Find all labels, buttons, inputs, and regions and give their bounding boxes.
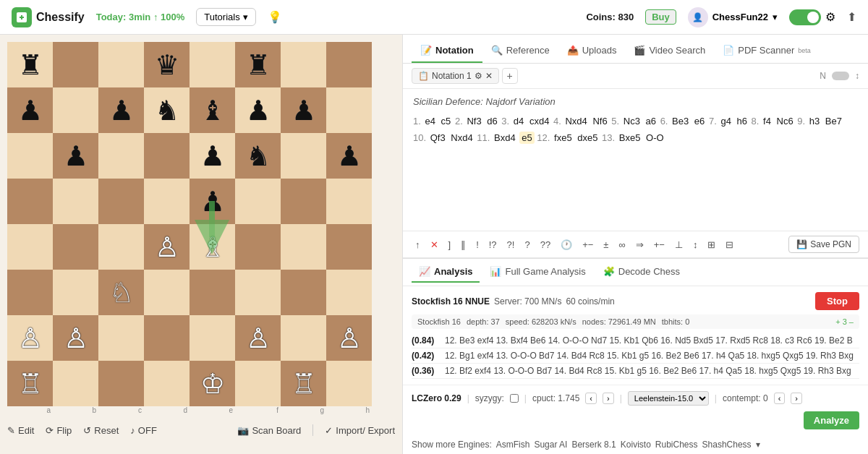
square-g8[interactable] [281, 42, 326, 87]
engine-sugar-ai[interactable]: Sugar AI [534, 440, 567, 450]
pgn-plus-eq[interactable]: +− [650, 237, 668, 252]
square-f6[interactable]: ♞ [235, 133, 281, 179]
square-h3[interactable] [326, 270, 372, 315]
edit-button[interactable]: ✎ Edit [7, 425, 34, 436]
square-h1[interactable] [326, 361, 372, 406]
pgn-plus-minus[interactable]: +− [579, 237, 597, 252]
square-d5[interactable] [144, 179, 190, 224]
pgn-paste[interactable]: ⊟ [722, 237, 737, 252]
square-h7[interactable] [326, 87, 372, 133]
square-f4[interactable] [235, 224, 281, 270]
square-e1[interactable]: ♔ [190, 361, 235, 406]
engine-select[interactable]: Leelenstein-15.0 [628, 391, 709, 406]
square-d1[interactable] [144, 361, 190, 406]
square-b4[interactable] [53, 224, 98, 270]
pgn-copy[interactable]: ⊞ [704, 237, 719, 252]
square-d8[interactable]: ♛ [144, 42, 190, 87]
square-a2[interactable]: ♙ [7, 315, 53, 361]
tab-uploads[interactable]: 📤 Uploads [558, 39, 626, 63]
square-c4[interactable] [98, 224, 144, 270]
square-a8[interactable]: ♜ [7, 42, 53, 87]
square-f7[interactable]: ♟ [235, 87, 281, 133]
square-d7[interactable]: ♞ [144, 87, 190, 133]
square-c8[interactable] [98, 42, 144, 87]
square-b7[interactable] [53, 87, 98, 133]
more-engines-button[interactable]: ▾ [756, 440, 760, 450]
pgn-double-exclaim[interactable]: !? [485, 237, 501, 252]
square-e2[interactable] [190, 315, 235, 361]
square-a4[interactable] [7, 224, 53, 270]
square-f5[interactable] [235, 179, 281, 224]
pgn-clock[interactable]: 🕐 [557, 237, 576, 252]
more-lines-button[interactable]: + 3 – [835, 317, 854, 326]
square-a5[interactable] [7, 179, 53, 224]
notation-tab-1[interactable]: 📋 Notation 1 ⚙ ✕ [412, 68, 499, 84]
square-f3[interactable] [235, 270, 281, 315]
tab-decode-chess[interactable]: 🧩 Decode Chess [596, 262, 687, 283]
tab-full-game[interactable]: 📊 Full Game Analysis [482, 262, 592, 283]
square-g1[interactable]: ♖ [281, 361, 326, 406]
import-export-button[interactable]: ✓ Import/ Export [325, 425, 395, 436]
save-pgn-button[interactable]: 💾 Save PGN [788, 236, 859, 253]
square-b6[interactable]: ♟ [53, 133, 98, 179]
tab-notation[interactable]: 📝 Notation [412, 39, 482, 63]
cpuct-dec[interactable]: ‹ [585, 393, 597, 404]
tutorials-button[interactable]: Tutorials ▾ [196, 8, 255, 26]
toggle-small[interactable] [832, 72, 849, 80]
square-g7[interactable]: ♟ [281, 87, 326, 133]
moves-3[interactable]: 12. Bf2 exf4 13. O-O-O Bd7 14. Bd4 Rc8 1… [445, 366, 859, 376]
square-e5[interactable]: ♟ [190, 179, 235, 224]
tab-video-search[interactable]: 🎬 Video Search [625, 39, 714, 63]
square-f2[interactable]: ♙ [235, 315, 281, 361]
square-a6[interactable] [7, 133, 53, 179]
pgn-pause[interactable]: ‖ [457, 237, 469, 252]
square-e4[interactable]: ♗ [190, 224, 235, 270]
square-e7[interactable]: ♝ [190, 87, 235, 133]
moves-text[interactable]: 1. e4 c5 2. Nf3 d6 3. d4 cxd4 4. Nxd4 Nf… [413, 113, 858, 147]
square-c6[interactable] [98, 133, 144, 179]
pgn-arrow[interactable]: ⇒ [632, 237, 647, 252]
square-f8[interactable]: ♜ [235, 42, 281, 87]
buy-button[interactable]: Buy [645, 9, 676, 25]
square-f1[interactable] [235, 361, 281, 406]
square-c7[interactable]: ♟ [98, 87, 144, 133]
square-b5[interactable] [53, 179, 98, 224]
square-a1[interactable]: ♖ [7, 361, 53, 406]
pgn-up-arrow[interactable]: ↕ [689, 237, 702, 252]
pgn-infinity[interactable]: ∞ [615, 237, 629, 252]
flip-button[interactable]: ⟳ Flip [46, 425, 72, 436]
engine-rubichess[interactable]: RubiChess [655, 440, 698, 450]
pgn-question[interactable]: ?! [503, 237, 519, 252]
tab-analysis[interactable]: 📈 Analysis [412, 262, 480, 283]
pgn-double-question-2[interactable]: ?? [537, 237, 554, 252]
pgn-end-variation[interactable]: ] [445, 237, 455, 252]
square-c5[interactable] [98, 179, 144, 224]
pgn-minus-plus[interactable]: ⊥ [671, 237, 686, 252]
close-icon[interactable]: ✕ [485, 71, 493, 81]
gear-icon[interactable]: ⚙ [825, 10, 835, 24]
settings-icon[interactable]: ⚙ [475, 71, 482, 81]
square-a7[interactable]: ♟ [7, 87, 53, 133]
square-c3[interactable]: ♘ [98, 270, 144, 315]
collapse-icon[interactable]: ⬆ [847, 10, 856, 24]
cpuct-inc[interactable]: › [603, 393, 614, 404]
tab-pdf-scanner[interactable]: 📄 PDF Scanner beta [714, 39, 820, 63]
reset-button[interactable]: ↺ Reset [83, 425, 119, 436]
square-g3[interactable] [281, 270, 326, 315]
engine-asmfish[interactable]: AsmFish [496, 440, 530, 450]
pgn-delete-move[interactable]: ✕ [427, 237, 442, 252]
engine-shasschess[interactable]: ShashChess [702, 440, 752, 450]
moves-1[interactable]: 12. Be3 exf4 13. Bxf4 Be6 14. O-O-O Nd7 … [445, 335, 859, 346]
moves-2[interactable]: 12. Bg1 exf4 13. O-O-O Bd7 14. Bd4 Rc8 1… [445, 351, 859, 361]
square-b1[interactable] [53, 361, 98, 406]
square-g5[interactable] [281, 179, 326, 224]
square-e8[interactable] [190, 42, 235, 87]
contempt-inc[interactable]: › [791, 393, 802, 404]
square-h8[interactable] [326, 42, 372, 87]
square-g6[interactable] [281, 133, 326, 179]
pgn-single-exclaim[interactable]: ! [472, 237, 482, 252]
square-b8[interactable] [53, 42, 98, 87]
pgn-first-move[interactable]: ↑ [412, 237, 424, 252]
square-b3[interactable] [53, 270, 98, 315]
user-menu[interactable]: 👤 ChessFun22 ▾ [688, 7, 778, 27]
